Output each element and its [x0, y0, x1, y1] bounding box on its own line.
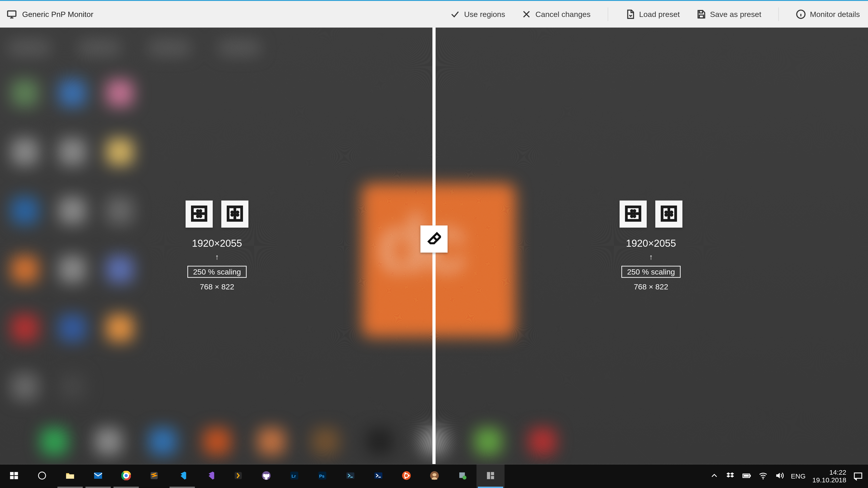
save-preset-button[interactable]: Save as preset: [688, 1, 770, 28]
system-tray[interactable]: [710, 471, 784, 482]
remove-split-button[interactable]: [421, 225, 447, 253]
start-button[interactable]: [0, 464, 28, 488]
photoshop-button[interactable]: Ps: [308, 464, 336, 488]
info-icon: [796, 9, 806, 19]
app-button[interactable]: [421, 464, 448, 488]
ubuntu-wsl-button[interactable]: [393, 464, 421, 488]
region-app-button[interactable]: [476, 464, 504, 488]
toolbar-separator: [778, 7, 779, 21]
svg-rect-33: [66, 474, 74, 479]
svg-text:Lr: Lr: [291, 474, 296, 478]
windows-taskbar: Lr Ps ENG: [0, 464, 868, 488]
svg-rect-63: [744, 475, 749, 477]
split-vertical-button[interactable]: [655, 201, 682, 228]
monitor-name: Generic PnP Monitor: [22, 10, 93, 19]
svg-rect-60: [491, 476, 494, 479]
region-logical-resolution: 768 × 822: [634, 283, 668, 291]
visual-studio-button[interactable]: [196, 464, 224, 488]
split-horizontal-icon: [191, 205, 207, 223]
svg-rect-41: [235, 472, 242, 479]
vscode-button[interactable]: [168, 464, 196, 488]
use-regions-label: Use regions: [464, 10, 505, 19]
region-left-info: 1920×2055 ↑ 250 % scaling 768 × 822: [186, 201, 248, 291]
mail-icon: [93, 471, 103, 482]
split-vertical-icon: [227, 205, 243, 223]
ubuntu-icon: [402, 471, 411, 482]
sublime-button[interactable]: [140, 464, 168, 488]
check-icon: [450, 9, 460, 19]
plex-icon: [234, 471, 243, 482]
lightroom-button[interactable]: Lr: [280, 464, 308, 488]
svg-rect-65: [855, 473, 862, 478]
chrome-button[interactable]: [112, 464, 140, 488]
cortana-button[interactable]: [28, 464, 56, 488]
eraser-icon: [427, 232, 441, 247]
region-physical-resolution: 1920×2055: [192, 238, 242, 249]
input-language[interactable]: ENG: [791, 473, 806, 480]
region-scaling-box[interactable]: 250 % scaling: [621, 266, 681, 278]
region-physical-resolution: 1920×2055: [626, 238, 676, 249]
vscode-icon: [178, 471, 187, 482]
sublime-icon: [149, 471, 159, 482]
mail-app-button[interactable]: [84, 464, 112, 488]
save-preset-label: Save as preset: [710, 10, 761, 19]
load-preset-label: Load preset: [639, 10, 680, 19]
cancel-changes-button[interactable]: Cancel changes: [513, 1, 599, 28]
powershell-icon: [374, 471, 383, 482]
arrow-up-icon: ↑: [215, 253, 219, 261]
split-vertical-button[interactable]: [221, 201, 248, 228]
svg-rect-58: [487, 472, 490, 479]
taskbar-time: 14:22: [829, 468, 846, 477]
save-icon: [696, 9, 706, 19]
monitor-details-button[interactable]: Monitor details: [788, 1, 868, 28]
monitor-title-section: Generic PnP Monitor: [0, 9, 93, 19]
cortana-circle-icon: [37, 471, 47, 482]
split-horizontal-button[interactable]: [620, 201, 647, 228]
svg-rect-31: [14, 476, 18, 479]
split-horizontal-button[interactable]: [186, 201, 213, 228]
github-button[interactable]: [252, 464, 280, 488]
svg-point-51: [408, 475, 410, 476]
tool-icon: [458, 471, 467, 482]
battery-tray-icon[interactable]: [742, 471, 752, 482]
github-icon: [261, 471, 271, 482]
powershell-button[interactable]: [364, 464, 393, 488]
svg-point-52: [404, 473, 406, 474]
avatar-icon: [430, 471, 439, 482]
split-vertical-icon: [661, 205, 677, 223]
svg-rect-2: [700, 15, 704, 18]
plex-button[interactable]: [224, 464, 252, 488]
wifi-tray-icon[interactable]: [758, 471, 768, 482]
toolbar-separator: [608, 7, 608, 21]
visual-studio-icon: [206, 471, 215, 482]
svg-rect-30: [10, 476, 14, 479]
region-scaling-box[interactable]: 250 % scaling: [187, 266, 247, 278]
split-horizontal-icon: [625, 205, 641, 223]
svg-text:Ps: Ps: [319, 474, 324, 478]
photoshop-icon: Ps: [318, 471, 327, 482]
volume-tray-icon[interactable]: [775, 471, 784, 482]
region-grid-icon: [486, 471, 495, 482]
powershell-core-button[interactable]: [336, 464, 364, 488]
taskbar-clock[interactable]: 14:22 19.10.2018: [812, 468, 846, 484]
monitor-details-label: Monitor details: [810, 10, 860, 19]
powershell-core-icon: [346, 471, 355, 482]
file-explorer-button[interactable]: [56, 464, 84, 488]
dropbox-tray-icon[interactable]: [726, 471, 735, 482]
svg-rect-0: [8, 11, 16, 16]
svg-point-32: [38, 472, 46, 479]
cancel-changes-label: Cancel changes: [535, 10, 591, 19]
use-regions-button[interactable]: Use regions: [442, 1, 513, 28]
svg-point-57: [463, 476, 467, 480]
app-button[interactable]: [448, 464, 476, 488]
svg-rect-29: [14, 472, 18, 475]
taskbar-date: 19.10.2018: [812, 476, 846, 484]
lightroom-icon: Lr: [289, 471, 299, 482]
action-center-button[interactable]: [853, 471, 863, 481]
chrome-icon: [121, 471, 131, 482]
svg-point-53: [404, 477, 406, 479]
tray-chevron-up-icon[interactable]: [710, 471, 719, 482]
region-canvas[interactable]: dc: [0, 28, 868, 464]
load-preset-button[interactable]: Load preset: [617, 1, 688, 28]
svg-rect-62: [750, 475, 751, 477]
